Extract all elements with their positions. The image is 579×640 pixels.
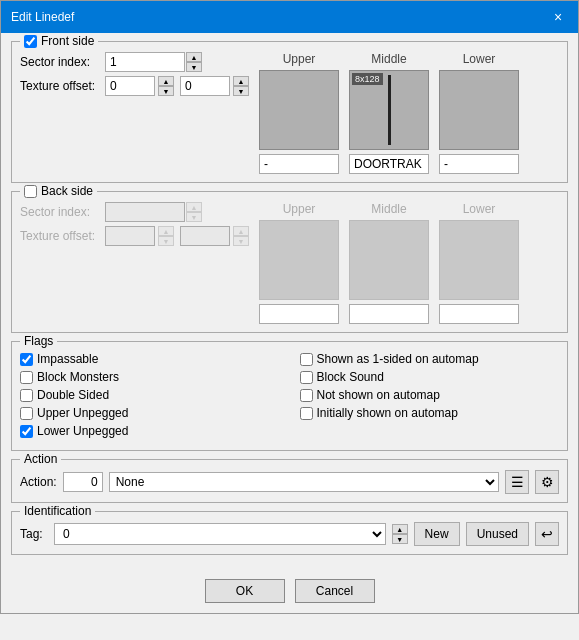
dialog-title: Edit Linedef [11, 10, 74, 24]
offset-x-up[interactable]: ▲ [158, 76, 174, 86]
back-texture-offset-row: Texture offset: ▲ ▼ ▲ ▼ [20, 226, 249, 246]
flag-block-sound-label[interactable]: Block Sound [300, 370, 384, 384]
flag-impassable-label[interactable]: Impassable [20, 352, 98, 366]
tag-up[interactable]: ▲ [392, 524, 408, 534]
tag-down[interactable]: ▼ [392, 534, 408, 544]
sector-index-row: Sector index: ▲ ▼ [20, 52, 249, 72]
offset-x-spinner: ▲ ▼ [158, 76, 174, 96]
front-upper-label[interactable] [259, 154, 339, 174]
new-button[interactable]: New [414, 522, 460, 546]
unused-button[interactable]: Unused [466, 522, 529, 546]
front-lower-label[interactable] [439, 154, 519, 174]
flag-lower-unpegged-checkbox[interactable] [20, 425, 33, 438]
front-lower-texture[interactable] [439, 70, 519, 174]
sector-index-label: Sector index: [20, 55, 105, 69]
action-select[interactable]: None [109, 472, 499, 492]
action-icon-btn-1[interactable]: ☰ [505, 470, 529, 494]
texture-offset-row: Texture offset: ▲ ▼ ▲ ▼ [20, 76, 249, 96]
undo-button[interactable]: ↩ [535, 522, 559, 546]
flag-shown-automap-label[interactable]: Shown as 1-sided on automap [300, 352, 479, 366]
back-upper-header: Upper [259, 202, 339, 216]
front-side-group: Front side Sector index: ▲ ▼ [11, 41, 568, 183]
offset-x-input[interactable] [105, 76, 155, 96]
close-button[interactable]: × [548, 7, 568, 27]
front-lower-header: Lower [439, 52, 519, 66]
back-lower-box [439, 220, 519, 300]
offset-inputs: ▲ ▼ ▲ ▼ [105, 76, 249, 96]
back-side-checkbox[interactable] [24, 185, 37, 198]
identification-row: Tag: 0 ▲ ▼ New Unused ↩ [20, 522, 559, 546]
sector-index-down[interactable]: ▼ [186, 62, 202, 72]
tag-label: Tag: [20, 527, 48, 541]
action-number-input[interactable] [63, 472, 103, 492]
front-middle-badge: 8x128 [352, 73, 383, 85]
front-texture-headers: Upper Middle Lower [259, 52, 559, 66]
flag-block-sound-row: Block Sound [300, 370, 560, 384]
sector-index-input[interactable] [105, 52, 185, 72]
back-side-checkbox-label[interactable]: Back side [24, 184, 93, 198]
back-middle-texture [349, 220, 429, 324]
front-side-textures: Upper Middle Lower [259, 52, 559, 174]
flag-upper-unpegged-checkbox[interactable] [20, 407, 33, 420]
flag-initially-shown-label[interactable]: Initially shown on automap [300, 406, 458, 420]
front-upper-header: Upper [259, 52, 339, 66]
front-lower-box[interactable] [439, 70, 519, 150]
action-group-title: Action [20, 452, 61, 466]
front-side-checkbox-label[interactable]: Front side [24, 34, 94, 48]
flag-double-sided-checkbox[interactable] [20, 389, 33, 402]
flag-initially-shown-row: Initially shown on automap [300, 406, 560, 420]
offset-x-down[interactable]: ▼ [158, 86, 174, 96]
flag-double-sided-row: Double Sided [20, 388, 280, 402]
title-bar: Edit Linedef × [1, 1, 578, 33]
front-middle-label[interactable] [349, 154, 429, 174]
flag-initially-shown-checkbox[interactable] [300, 407, 313, 420]
action-group: Action Action: None ☰ ⚙ [11, 459, 568, 503]
flag-upper-unpegged-row: Upper Unpegged [20, 406, 280, 420]
front-side-content: Sector index: ▲ ▼ Texture offset: [20, 52, 559, 174]
front-upper-box[interactable] [259, 70, 339, 150]
offset-y-down[interactable]: ▼ [233, 86, 249, 96]
back-offset-inputs: ▲ ▼ ▲ ▼ [105, 226, 249, 246]
identification-group: Identification Tag: 0 ▲ ▼ New Unused ↩ [11, 511, 568, 555]
tag-select[interactable]: 0 [54, 523, 386, 545]
front-side-checkbox[interactable] [24, 35, 37, 48]
back-upper-label [259, 304, 339, 324]
flag-block-monsters-checkbox[interactable] [20, 371, 33, 384]
flag-not-shown-automap-label[interactable]: Not shown on automap [300, 388, 440, 402]
flag-block-monsters-row: Block Monsters [20, 370, 280, 384]
flag-block-sound-checkbox[interactable] [300, 371, 313, 384]
cancel-button[interactable]: Cancel [295, 579, 375, 603]
back-offset-x-spinner: ▲ ▼ [158, 226, 174, 246]
flag-block-monsters-label[interactable]: Block Monsters [20, 370, 119, 384]
back-upper-texture [259, 220, 339, 324]
right-flags: Shown as 1-sided on automap Block Sound [300, 352, 560, 442]
back-offset-y-down: ▼ [233, 236, 249, 246]
flag-not-shown-automap-row: Not shown on automap [300, 388, 560, 402]
undo-icon: ↩ [541, 526, 553, 542]
back-texture-grid [259, 220, 559, 324]
offset-y-input[interactable] [180, 76, 230, 96]
ok-button[interactable]: OK [205, 579, 285, 603]
identification-group-title: Identification [20, 504, 95, 518]
back-texture-headers: Upper Middle Lower [259, 202, 559, 216]
flag-upper-unpegged-label[interactable]: Upper Unpegged [20, 406, 128, 420]
back-middle-box [349, 220, 429, 300]
flag-not-shown-automap-checkbox[interactable] [300, 389, 313, 402]
flag-double-sided-label[interactable]: Double Sided [20, 388, 109, 402]
front-middle-box[interactable]: 8x128 [349, 70, 429, 150]
back-offset-y-up: ▲ [233, 226, 249, 236]
back-sector-index-label: Sector index: [20, 205, 105, 219]
dialog-footer: OK Cancel [1, 571, 578, 613]
back-middle-header: Middle [349, 202, 429, 216]
back-sector-index-up: ▲ [186, 202, 202, 212]
flag-shown-automap-checkbox[interactable] [300, 353, 313, 366]
front-middle-texture[interactable]: 8x128 [349, 70, 429, 174]
action-icon-btn-2[interactable]: ⚙ [535, 470, 559, 494]
back-side-controls: Sector index: ▲ ▼ Texture offset: [20, 202, 259, 250]
flag-impassable-checkbox[interactable] [20, 353, 33, 366]
sector-index-up[interactable]: ▲ [186, 52, 202, 62]
offset-y-up[interactable]: ▲ [233, 76, 249, 86]
flag-lower-unpegged-label[interactable]: Lower Unpegged [20, 424, 128, 438]
front-upper-texture[interactable] [259, 70, 339, 174]
back-upper-box [259, 220, 339, 300]
